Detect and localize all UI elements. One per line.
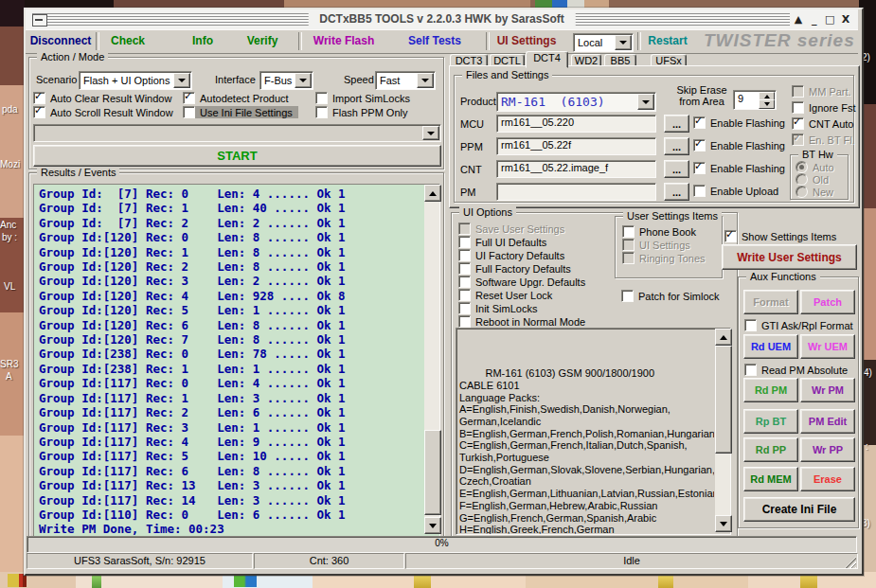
erase-button[interactable]: Erase <box>800 467 855 491</box>
desktop-icon-label[interactable]: SR3 <box>0 359 18 369</box>
check-button[interactable]: Check <box>101 33 154 49</box>
pm-file-field[interactable] <box>496 183 656 201</box>
ui-factory-defaults-checkbox[interactable]: UI Factory Defaults <box>458 249 564 261</box>
checkbox-box[interactable] <box>744 319 757 331</box>
desktop-icon-label[interactable]: Anc <box>0 220 16 230</box>
checkbox-box[interactable] <box>33 106 45 118</box>
results-list[interactable]: Group Id: [7] Rec: 0 Len: 4 ...... Ok 1G… <box>34 185 424 536</box>
rd-mem-button[interactable]: Rd MEM <box>743 467 798 491</box>
checkbox-box[interactable] <box>792 117 804 130</box>
results-scrollbar[interactable] <box>424 185 439 534</box>
chevron-down-icon[interactable] <box>173 73 190 88</box>
mode-select[interactable]: Local <box>573 33 634 52</box>
scroll-up-icon[interactable] <box>424 185 441 202</box>
checkbox-box[interactable] <box>458 315 471 328</box>
desktop-icon-label[interactable]: VL <box>4 281 15 292</box>
checkbox-box[interactable] <box>315 106 328 118</box>
write-flash-button[interactable]: Write Flash <box>310 33 378 49</box>
desktop-icon-label[interactable]: by : <box>2 232 17 242</box>
ppm-enable-flashing-checkbox[interactable]: Enable Flashing <box>693 139 785 151</box>
rd-pm-button[interactable]: Rd PM <box>743 378 798 402</box>
scroll-down-icon[interactable] <box>424 517 441 534</box>
use-ini-file-checkbox[interactable]: Use Ini File Settings <box>183 106 298 118</box>
checkbox-box[interactable] <box>458 302 471 314</box>
product-select[interactable]: RM-161 (6103) <box>496 92 656 112</box>
checkbox-box[interactable] <box>693 162 706 174</box>
auto-scroll-checkbox[interactable]: Auto Scroll Result Window <box>33 106 173 118</box>
checkbox-box[interactable] <box>621 290 634 302</box>
checkbox-box[interactable] <box>744 364 757 376</box>
software-upgr-defaults-checkbox[interactable]: Software Upgr. Defaults <box>458 276 585 288</box>
checkbox-box[interactable] <box>724 230 737 242</box>
spin-down-icon[interactable] <box>759 99 775 109</box>
desktop-icon-label[interactable]: A <box>6 371 12 382</box>
desktop-icon-label[interactable]: : <box>866 441 868 452</box>
interface-select[interactable]: F-Bus <box>259 71 313 90</box>
desktop-icon-label[interactable]: pda <box>2 104 18 115</box>
product-info-panel[interactable]: RM-161 (6103) GSM 900/1800/1900CABLE 610… <box>456 328 731 535</box>
read-pm-absolute-checkbox[interactable]: Read PM Absolute <box>744 364 848 376</box>
mcu-browse-button[interactable]: ... <box>664 115 689 133</box>
checkbox-box[interactable] <box>693 139 706 151</box>
reset-user-lock-checkbox[interactable]: Reset User Lock <box>458 289 552 301</box>
rd-uem-button[interactable]: Rd UEM <box>743 334 798 359</box>
chevron-down-icon[interactable] <box>295 73 312 88</box>
scenario-select[interactable]: Flash + UI Options <box>79 71 192 90</box>
checkbox-box[interactable] <box>622 225 635 238</box>
disconnect-button[interactable]: Disconnect <box>29 33 92 49</box>
minimize-button[interactable]: _ <box>808 13 821 26</box>
close-button[interactable]: X <box>839 13 852 26</box>
checkbox-box[interactable] <box>33 92 45 104</box>
rollup-button[interactable]: ▲ <box>792 13 805 26</box>
flash-file-select[interactable] <box>33 124 441 142</box>
checkbox-box[interactable] <box>458 262 471 275</box>
checkbox-box[interactable] <box>183 106 195 118</box>
desktop-icon-label[interactable]: Mozi <box>0 159 20 169</box>
rd-pp-button[interactable]: Rd PP <box>743 437 798 462</box>
create-ini-file-button[interactable]: Create Ini File <box>743 497 855 522</box>
checkbox-box[interactable] <box>458 249 471 261</box>
ui-settings-button[interactable]: UI Settings <box>493 33 560 49</box>
phone-book-checkbox[interactable]: Phone Book <box>622 225 696 238</box>
full-factory-defaults-checkbox[interactable]: Full Factory Defaults <box>458 262 571 275</box>
checkbox-box[interactable] <box>792 101 804 114</box>
checkbox-box[interactable] <box>693 116 706 129</box>
init-simlocks-checkbox[interactable]: Init SimLocks <box>458 302 537 314</box>
verify-button[interactable]: Verify <box>237 33 288 49</box>
tab-dct4[interactable]: DCT4 <box>526 51 568 68</box>
title-bar[interactable]: DCTxBB5 TOOLS v 2.2.0.3 HWK by SarasSoft… <box>26 9 858 29</box>
desktop-icon-label[interactable]: 4) <box>864 367 872 378</box>
chevron-down-icon[interactable] <box>615 35 632 50</box>
checkbox-box[interactable] <box>315 92 328 104</box>
mcu-file-field[interactable]: rm161__05.220 <box>496 115 656 133</box>
wr-uem-button[interactable]: Wr UEM <box>800 334 855 359</box>
patch-button[interactable]: Patch <box>800 290 855 314</box>
maximize-button[interactable]: □ <box>823 13 836 26</box>
skip-erase-spinner[interactable]: 9 <box>733 90 777 110</box>
wr-pm-button[interactable]: Wr PM <box>800 378 855 402</box>
cnt-auto-checkbox[interactable]: CNT Auto <box>792 117 854 130</box>
cnt-browse-button[interactable]: ... <box>664 160 689 178</box>
auto-clear-checkbox[interactable]: Auto Clear Result Window <box>33 92 171 104</box>
full-ui-defaults-checkbox[interactable]: Full UI Defaults <box>458 236 546 248</box>
autodetect-product-checkbox[interactable]: Autodetect Product <box>183 92 289 104</box>
write-user-settings-button[interactable]: Write User Settings <box>722 244 857 270</box>
reboot-normal-mode-checkbox[interactable]: Reboot in Normal Mode <box>458 315 585 328</box>
gti-ask-rpl-format-checkbox[interactable]: GTI Ask/Rpl Format <box>744 319 853 331</box>
system-menu-button[interactable] <box>32 14 47 27</box>
mcu-enable-flashing-checkbox[interactable]: Enable Flashing <box>693 116 785 129</box>
checkbox-box[interactable] <box>183 92 195 104</box>
ignore-fst-checkbox[interactable]: Ignore Fst <box>792 101 856 114</box>
chevron-down-icon[interactable] <box>417 73 434 88</box>
chevron-down-icon[interactable] <box>422 126 439 140</box>
rp-bt-button[interactable]: Rp BT <box>743 409 798 434</box>
show-settings-items-checkbox[interactable]: Show Settings Items <box>724 230 836 242</box>
ppm-browse-button[interactable]: ... <box>664 137 689 155</box>
restart-button[interactable]: Restart <box>641 33 694 49</box>
wr-pp-button[interactable]: Wr PP <box>800 437 855 462</box>
ppm-file-field[interactable]: rm161__05.22f <box>496 137 656 155</box>
flash-ppm-only-checkbox[interactable]: Flash PPM Only <box>315 106 407 118</box>
scrollbar-thumb[interactable] <box>715 346 732 454</box>
patch-for-simlock-checkbox[interactable]: Patch for Simlock <box>621 290 720 302</box>
scroll-up-icon[interactable] <box>715 329 732 346</box>
